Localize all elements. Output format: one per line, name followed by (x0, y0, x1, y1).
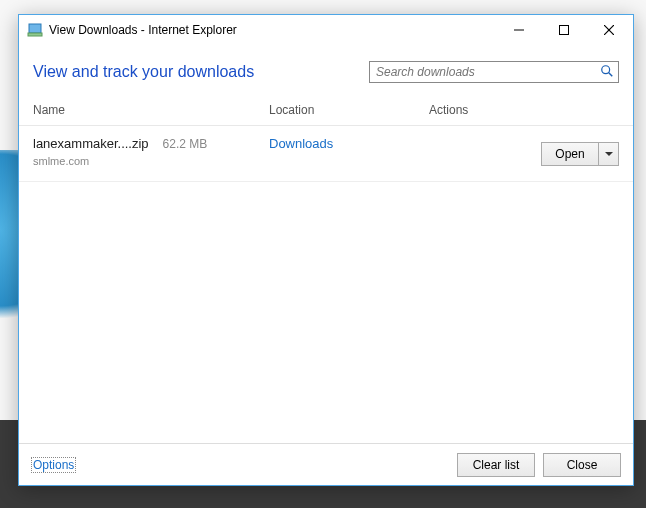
svg-rect-3 (559, 26, 568, 35)
svg-point-6 (602, 66, 610, 74)
downloads-window: View Downloads - Internet Explorer View … (18, 14, 634, 486)
clear-list-button[interactable]: Clear list (457, 453, 535, 477)
minimize-button[interactable] (496, 16, 541, 44)
titlebar: View Downloads - Internet Explorer (19, 15, 633, 45)
empty-area (19, 182, 633, 443)
col-header-location: Location (269, 103, 429, 117)
options-link[interactable]: Options (31, 457, 76, 473)
search-input[interactable] (369, 61, 619, 83)
filename: lanexammaker....zip (33, 136, 149, 151)
maximize-button[interactable] (541, 16, 586, 44)
col-header-actions: Actions (429, 103, 619, 117)
open-dropdown-button[interactable] (599, 142, 619, 166)
close-footer-button[interactable]: Close (543, 453, 621, 477)
column-headers: Name Location Actions (19, 97, 633, 126)
search-icon[interactable] (600, 64, 614, 81)
header-row: View and track your downloads (19, 45, 633, 97)
row-action-cell: Open (429, 136, 619, 166)
open-split-button: Open (541, 142, 619, 166)
download-row: lanexammaker....zip 62.2 MB smlme.com Do… (19, 126, 633, 182)
svg-marker-8 (605, 152, 613, 156)
row-name-cell: lanexammaker....zip 62.2 MB smlme.com (33, 136, 269, 167)
app-icon (27, 22, 43, 38)
svg-line-7 (609, 73, 613, 77)
window-controls (496, 16, 631, 44)
search-wrap (369, 61, 619, 83)
file-source: smlme.com (33, 155, 269, 167)
open-button[interactable]: Open (541, 142, 599, 166)
col-header-name: Name (33, 103, 269, 117)
svg-rect-0 (29, 24, 41, 33)
filesize: 62.2 MB (163, 137, 208, 151)
footer: Options Clear list Close (19, 443, 633, 485)
page-heading: View and track your downloads (33, 63, 254, 81)
svg-rect-1 (28, 33, 42, 36)
location-link[interactable]: Downloads (269, 136, 333, 151)
window-title: View Downloads - Internet Explorer (49, 23, 496, 37)
row-location-cell: Downloads (269, 136, 429, 151)
close-button[interactable] (586, 16, 631, 44)
chevron-down-icon (605, 150, 613, 158)
